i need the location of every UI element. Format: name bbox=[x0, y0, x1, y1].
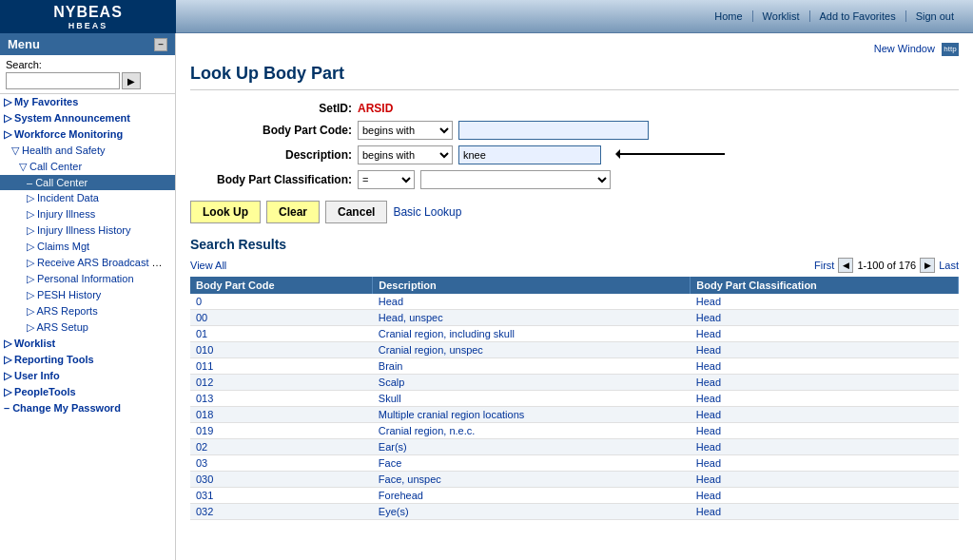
clear-button[interactable]: Clear bbox=[266, 201, 320, 223]
classification-link[interactable]: Head bbox=[696, 312, 721, 323]
nav-sign-out[interactable]: Sign out bbox=[906, 10, 963, 22]
classification-label: Body Part Classification: bbox=[190, 173, 352, 186]
description-input[interactable] bbox=[458, 145, 601, 164]
description-link[interactable]: Scalp bbox=[379, 377, 405, 388]
sidebar-item-receive-ars[interactable]: ▷ Receive ARS Broadcast System bbox=[0, 255, 175, 271]
sidebar-item-call-center-active[interactable]: – Call Center bbox=[0, 175, 175, 190]
new-window-icon: http bbox=[942, 43, 959, 56]
classification-operator-select[interactable]: = begins with contains bbox=[358, 170, 415, 189]
classification-link[interactable]: Head bbox=[696, 457, 721, 469]
sidebar-item-incident-data[interactable]: ▷ Incident Data bbox=[0, 190, 175, 206]
first-page-link[interactable]: First bbox=[814, 260, 834, 271]
classification-link[interactable]: Head bbox=[696, 409, 721, 420]
sidebar-item-injury-illness[interactable]: ▷ Injury Illness bbox=[0, 206, 175, 222]
description-link[interactable]: Head, unspec bbox=[379, 312, 443, 323]
classification-link[interactable]: Head bbox=[696, 425, 721, 436]
description-link[interactable]: Cranial region, including skull bbox=[379, 328, 515, 339]
classification-value-select[interactable] bbox=[420, 170, 611, 189]
description-link[interactable]: Cranial region, unspec bbox=[379, 344, 483, 356]
sidebar-item-reporting-tools[interactable]: ▷ Reporting Tools bbox=[0, 352, 175, 368]
look-up-button[interactable]: Look Up bbox=[190, 201, 261, 223]
sidebar-item-health-safety[interactable]: ▽ Health and Safety bbox=[0, 143, 175, 159]
description-link[interactable]: Face, unspec bbox=[379, 473, 441, 485]
description-link[interactable]: Head bbox=[379, 296, 403, 307]
body-part-code-operator-select[interactable]: begins with = contains bbox=[358, 121, 453, 140]
cell-code: 0 bbox=[190, 294, 373, 310]
search-input[interactable] bbox=[6, 72, 120, 89]
sidebar-item-system-announcement[interactable]: ▷ System Announcement bbox=[0, 110, 175, 126]
classification-link[interactable]: Head bbox=[696, 473, 721, 485]
sidebar-item-personal-information[interactable]: ▷ Personal Information bbox=[0, 271, 175, 287]
code-link[interactable]: 019 bbox=[196, 425, 213, 436]
search-go-button[interactable]: ▶ bbox=[122, 72, 141, 89]
description-operator-select[interactable]: begins with = contains bbox=[358, 145, 453, 164]
sidebar-item-call-center-parent[interactable]: ▽ Call Center bbox=[0, 159, 175, 175]
classification-link[interactable]: Head bbox=[696, 360, 721, 372]
sidebar-item-peopletools[interactable]: ▷ PeopleTools bbox=[0, 384, 175, 400]
new-window-link[interactable]: New Window bbox=[874, 43, 935, 54]
code-link[interactable]: 03 bbox=[196, 457, 207, 469]
nav-home[interactable]: Home bbox=[705, 10, 752, 22]
classification-link[interactable]: Head bbox=[696, 506, 721, 517]
classification-link[interactable]: Head bbox=[696, 377, 721, 388]
sidebar-item-change-password[interactable]: – Change My Password bbox=[0, 400, 175, 415]
cancel-button[interactable]: Cancel bbox=[325, 201, 387, 223]
nav-worklist[interactable]: Worklist bbox=[753, 10, 810, 22]
sidebar-item-ars-setup[interactable]: ▷ ARS Setup bbox=[0, 319, 175, 336]
description-link[interactable]: Face bbox=[379, 457, 401, 469]
classification-link[interactable]: Head bbox=[696, 441, 721, 453]
minimize-button[interactable]: – bbox=[154, 38, 167, 51]
sidebar-item-pesh-history[interactable]: ▷ PESH History bbox=[0, 287, 175, 303]
classification-link[interactable]: Head bbox=[696, 393, 721, 404]
view-all-link[interactable]: View All bbox=[190, 260, 226, 271]
description-link[interactable]: Brain bbox=[379, 360, 403, 372]
sidebar-item-claims-mgt[interactable]: ▷ Claims Mgt bbox=[0, 239, 175, 255]
basic-lookup-link[interactable]: Basic Lookup bbox=[393, 205, 461, 219]
svg-marker-1 bbox=[615, 149, 620, 159]
cell-description: Face, unspec bbox=[373, 472, 691, 488]
description-link[interactable]: Skull bbox=[379, 393, 401, 404]
cell-classification: Head bbox=[691, 391, 959, 407]
next-page-button[interactable]: ▶ bbox=[920, 258, 935, 273]
sidebar-item-injury-illness-history[interactable]: ▷ Injury Illness History bbox=[0, 222, 175, 239]
last-page-link[interactable]: Last bbox=[939, 260, 959, 271]
logo-main: NYBEAS bbox=[53, 4, 123, 21]
cell-classification: Head bbox=[691, 310, 959, 326]
sidebar-item-my-favorites[interactable]: ▷ My Favorites bbox=[0, 94, 175, 110]
nav-add-favorites[interactable]: Add to Favorites bbox=[810, 10, 906, 22]
code-link[interactable]: 01 bbox=[196, 328, 207, 339]
description-link[interactable]: Forehead bbox=[379, 490, 423, 501]
code-link[interactable]: 013 bbox=[196, 393, 213, 404]
main-container: Menu – Search: ▶ ▷ My Favorites ▷ System… bbox=[0, 33, 973, 560]
code-link[interactable]: 0 bbox=[196, 296, 202, 307]
code-link[interactable]: 030 bbox=[196, 473, 213, 485]
cell-code: 03 bbox=[190, 455, 373, 472]
code-link[interactable]: 010 bbox=[196, 344, 213, 356]
sidebar-item-worklist[interactable]: ▷ Worklist bbox=[0, 336, 175, 352]
body-part-code-input[interactable] bbox=[458, 121, 649, 140]
sidebar-item-ars-reports[interactable]: ▷ ARS Reports bbox=[0, 303, 175, 319]
code-link[interactable]: 011 bbox=[196, 360, 213, 372]
col-header-classification: Body Part Classification bbox=[691, 277, 959, 294]
sidebar-item-user-info[interactable]: ▷ User Info bbox=[0, 368, 175, 384]
description-link[interactable]: Multiple cranial region locations bbox=[379, 409, 524, 420]
sidebar-item-workforce-monitoring[interactable]: ▷ Workforce Monitoring bbox=[0, 126, 175, 143]
cell-code: 031 bbox=[190, 488, 373, 504]
code-link[interactable]: 012 bbox=[196, 377, 213, 388]
description-link[interactable]: Eye(s) bbox=[379, 506, 409, 517]
table-row: 010 Cranial region, unspec Head bbox=[190, 342, 959, 358]
description-link[interactable]: Ear(s) bbox=[379, 441, 407, 453]
description-link[interactable]: Cranial region, n.e.c. bbox=[379, 425, 476, 436]
sidebar-navigation: ▷ My Favorites ▷ System Announcement ▷ W… bbox=[0, 94, 175, 415]
code-link[interactable]: 02 bbox=[196, 441, 207, 453]
code-link[interactable]: 031 bbox=[196, 490, 213, 501]
classification-link[interactable]: Head bbox=[696, 490, 721, 501]
prev-page-button[interactable]: ◀ bbox=[838, 258, 853, 273]
code-link[interactable]: 032 bbox=[196, 506, 213, 517]
code-link[interactable]: 018 bbox=[196, 409, 213, 420]
classification-link[interactable]: Head bbox=[696, 296, 721, 307]
classification-link[interactable]: Head bbox=[696, 328, 721, 339]
code-link[interactable]: 00 bbox=[196, 312, 207, 323]
classification-link[interactable]: Head bbox=[696, 344, 721, 356]
logo: NYBEAS HBEAS bbox=[0, 0, 176, 33]
